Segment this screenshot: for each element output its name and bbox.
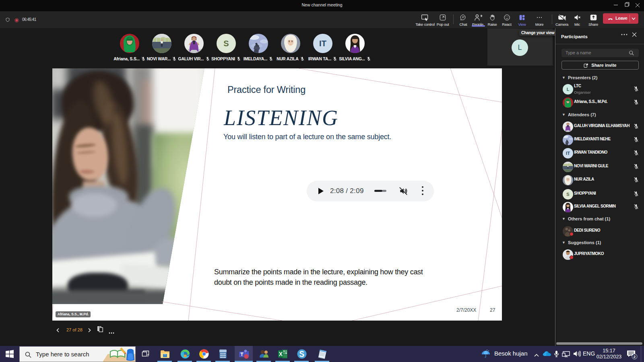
svg-text:2: 2 xyxy=(634,354,636,359)
